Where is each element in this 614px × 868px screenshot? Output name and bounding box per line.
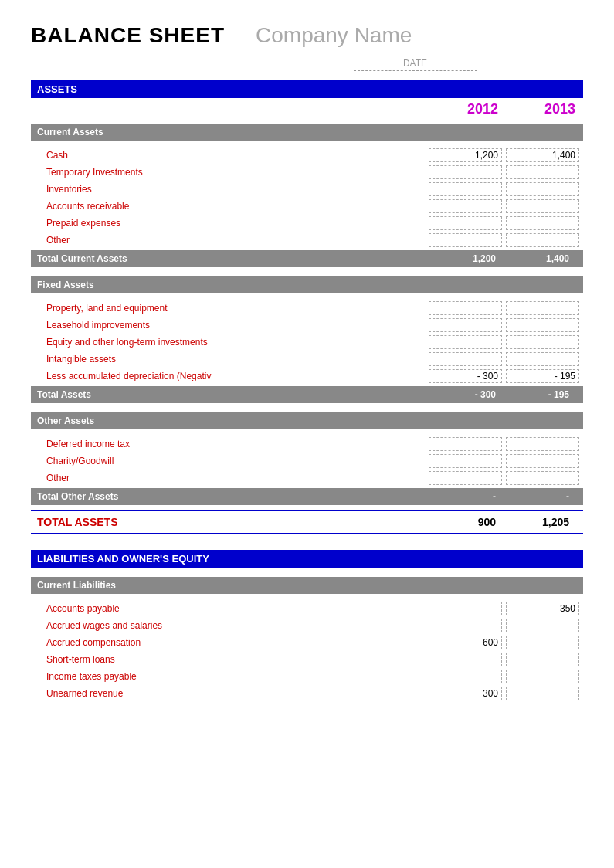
total-assets-val1: - 300	[430, 389, 504, 400]
grand-total-assets-label: TOTAL ASSETS	[37, 516, 430, 528]
row-label: Short-term loans	[46, 654, 429, 665]
input-cell-2012[interactable]	[429, 216, 502, 230]
list-item: Income taxes payable	[31, 668, 583, 685]
input-cell-2012[interactable]	[429, 301, 502, 315]
list-item: Less accumulated depreciation (Negativ -…	[31, 368, 583, 385]
input-cell-2012[interactable]	[429, 165, 502, 179]
input-cell-2013[interactable]	[506, 670, 579, 683]
input-cell-2013[interactable]	[506, 301, 579, 315]
list-item: Accrued wages and salaries	[31, 617, 583, 634]
list-item: Intangible assets	[31, 351, 583, 368]
input-cell-2012[interactable]	[429, 653, 502, 666]
total-other-assets-val2: -	[504, 491, 577, 502]
row-label: Charity/Goodwill	[46, 456, 429, 466]
total-current-assets-label: Total Current Assets	[37, 253, 430, 264]
input-cell-2013[interactable]	[506, 165, 579, 179]
input-cell-2013[interactable]	[506, 216, 579, 230]
grand-total-assets-row: TOTAL ASSETS 900 1,205	[31, 510, 583, 534]
row-label: Accounts payable	[46, 603, 429, 614]
list-item: Other	[31, 470, 583, 487]
input-cell-2013[interactable]	[506, 335, 579, 349]
input-cell-2013[interactable]	[506, 636, 579, 649]
liabilities-section-header: LIABILITIES AND OWNER'S EQUITY	[31, 550, 583, 568]
input-cell-2013[interactable]	[506, 233, 579, 247]
list-item: Prepaid expenses	[31, 215, 583, 232]
row-label: Accounts receivable	[46, 201, 429, 212]
grand-total-assets-val2: 1,205	[504, 516, 577, 528]
date-container: DATE	[247, 56, 583, 71]
date-field[interactable]: DATE	[354, 56, 477, 71]
input-cell-2012[interactable]	[429, 471, 502, 485]
year-header-row: 2012 2013	[31, 98, 583, 120]
row-label: Prepaid expenses	[46, 218, 429, 229]
input-cell-2013[interactable]: 1,400	[506, 148, 579, 162]
row-label: Unearned revenue	[46, 688, 429, 699]
input-cell-2013[interactable]	[506, 454, 579, 468]
list-item: Cash 1,200 1,400	[31, 147, 583, 164]
input-cell-2013[interactable]	[506, 318, 579, 332]
list-item: Short-term loans	[31, 651, 583, 668]
input-cell-2013[interactable]	[506, 182, 579, 196]
row-label: Inventories	[46, 184, 429, 195]
row-label: Other	[46, 235, 429, 246]
input-cell-2012[interactable]: 600	[429, 636, 502, 649]
other-assets-header: Other Assets	[31, 412, 583, 429]
list-item: Inventories	[31, 181, 583, 198]
list-item: Accounts receivable	[31, 198, 583, 215]
row-label: Intangible assets	[46, 354, 429, 364]
page-header: BALANCE SHEET Company Name	[31, 23, 583, 48]
input-cell-2013[interactable]	[506, 687, 579, 700]
input-cell-2013[interactable]	[506, 619, 579, 632]
input-cell-2013[interactable]	[506, 437, 579, 451]
input-cell-2012[interactable]	[429, 602, 502, 615]
input-cell-2012[interactable]	[429, 199, 502, 213]
input-cell-2012[interactable]: 1,200	[429, 148, 502, 162]
input-cell-2012[interactable]	[429, 352, 502, 366]
row-label: Cash	[46, 150, 429, 161]
list-item: Deferred income tax	[31, 436, 583, 453]
row-label: Less accumulated depreciation (Negativ	[46, 371, 429, 381]
input-cell-2013[interactable]: - 195	[506, 369, 579, 383]
row-label: Equity and other long-term investments	[46, 337, 429, 348]
list-item: Equity and other long-term investments	[31, 334, 583, 351]
input-cell-2012[interactable]	[429, 454, 502, 468]
grand-total-assets-val1: 900	[430, 516, 504, 528]
row-label: Accrued wages and salaries	[46, 620, 429, 631]
total-other-assets-val1: -	[430, 491, 504, 502]
row-label: Temporary Investments	[46, 167, 429, 178]
list-item: Other	[31, 232, 583, 249]
total-assets-val2: - 195	[504, 389, 577, 400]
total-current-assets-val2: 1,400	[504, 253, 577, 264]
current-assets-header: Current Assets	[31, 124, 583, 141]
current-liabilities-header: Current Liabilities	[31, 577, 583, 594]
list-item: Temporary Investments	[31, 164, 583, 181]
assets-section-header: ASSETS	[31, 80, 583, 98]
input-cell-2013[interactable]	[506, 352, 579, 366]
input-cell-2013[interactable]	[506, 653, 579, 666]
input-cell-2012[interactable]	[429, 318, 502, 332]
list-item: Charity/Goodwill	[31, 453, 583, 470]
list-item: Leasehold improvements	[31, 317, 583, 334]
total-other-assets-row: Total Other Assets - -	[31, 488, 583, 505]
input-cell-2012[interactable]	[429, 233, 502, 247]
company-name: Company Name	[256, 23, 412, 48]
list-item: Accrued compensation 600	[31, 634, 583, 651]
input-cell-2012[interactable]: - 300	[429, 369, 502, 383]
total-current-assets-row: Total Current Assets 1,200 1,400	[31, 250, 583, 267]
list-item: Property, land and equipment	[31, 300, 583, 317]
input-cell-2012[interactable]	[429, 437, 502, 451]
total-other-assets-label: Total Other Assets	[37, 491, 430, 502]
input-cell-2012[interactable]	[429, 670, 502, 683]
input-cell-2013[interactable]: 350	[506, 602, 579, 615]
input-cell-2012[interactable]	[429, 335, 502, 349]
input-cell-2012[interactable]	[429, 619, 502, 632]
input-cell-2012[interactable]: 300	[429, 687, 502, 700]
fixed-assets-header: Fixed Assets	[31, 276, 583, 293]
list-item: Unearned revenue 300	[31, 685, 583, 702]
input-cell-2013[interactable]	[506, 199, 579, 213]
input-cell-2012[interactable]	[429, 182, 502, 196]
row-label: Deferred income tax	[46, 439, 429, 449]
input-cell-2013[interactable]	[506, 471, 579, 485]
list-item: Accounts payable 350	[31, 600, 583, 617]
year-2012: 2012	[429, 101, 506, 117]
